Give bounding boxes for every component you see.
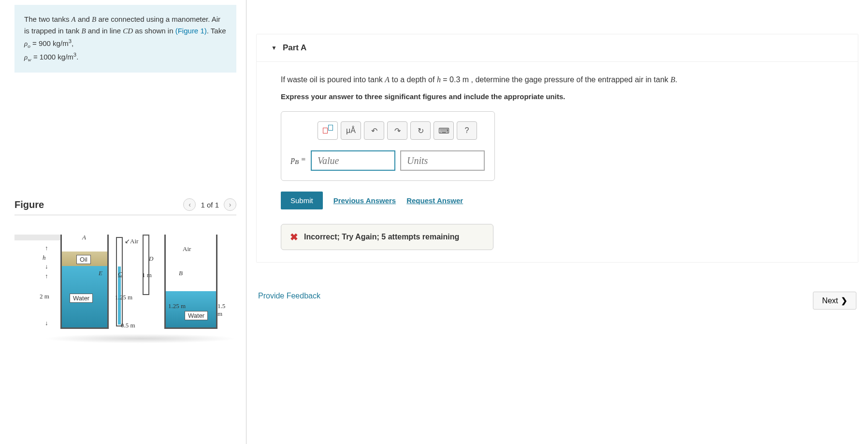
chevron-right-icon: ❯ [841,296,847,305]
templates-button[interactable] [318,121,338,140]
answer-instruction: Express your answer to three significant… [281,92,834,101]
figure-nav: ‹ 1 of 1 › [183,198,236,211]
problem-statement: The two tanks A and B are connected usin… [14,5,236,73]
submit-button[interactable]: Submit [281,192,323,209]
help-button[interactable]: ? [457,121,477,140]
figure-link[interactable]: (Figure 1) [175,27,207,35]
feedback-message: ✖ Incorrect; Try Again; 5 attempts remai… [281,224,493,250]
keyboard-icon: ⌨ [438,126,449,135]
part-a-title: Part A [283,43,306,53]
previous-answers-link[interactable]: Previous Answers [333,196,396,205]
reset-button[interactable]: ↻ [410,121,431,140]
figure-nav-label: 1 of 1 [201,201,219,209]
figure-next-button[interactable]: › [224,198,236,211]
units-input[interactable] [400,150,485,171]
undo-button[interactable]: ↶ [364,121,384,140]
value-input[interactable] [311,150,395,171]
reset-icon: ↻ [418,126,424,135]
part-a-toggle[interactable]: ▼ Part A [257,34,858,62]
templates-icon [323,128,333,133]
figure-prev-button[interactable]: ‹ [183,198,196,211]
undo-icon: ↶ [371,126,377,135]
redo-icon: ↷ [394,126,401,135]
answer-variable-label: pB = [291,155,306,166]
figure-title: Figure [14,199,44,210]
figure-diagram: A ↙Air Air Oil h E C D B Water Water 2 m… [14,235,222,346]
question-text: If waste oil is poured into tank A to a … [281,74,834,86]
incorrect-icon: ✖ [290,231,298,243]
caret-down-icon: ▼ [271,44,277,51]
units-symbols-button[interactable]: μÅ [341,121,361,140]
keyboard-button[interactable]: ⌨ [434,121,454,140]
answer-panel: μÅ ↶ ↷ ↻ ⌨ ? pB = [281,111,495,181]
request-answer-link[interactable]: Request Answer [406,196,463,205]
provide-feedback-link[interactable]: Provide Feedback [258,292,320,310]
next-button[interactable]: Next ❯ [813,292,856,310]
redo-button[interactable]: ↷ [387,121,407,140]
